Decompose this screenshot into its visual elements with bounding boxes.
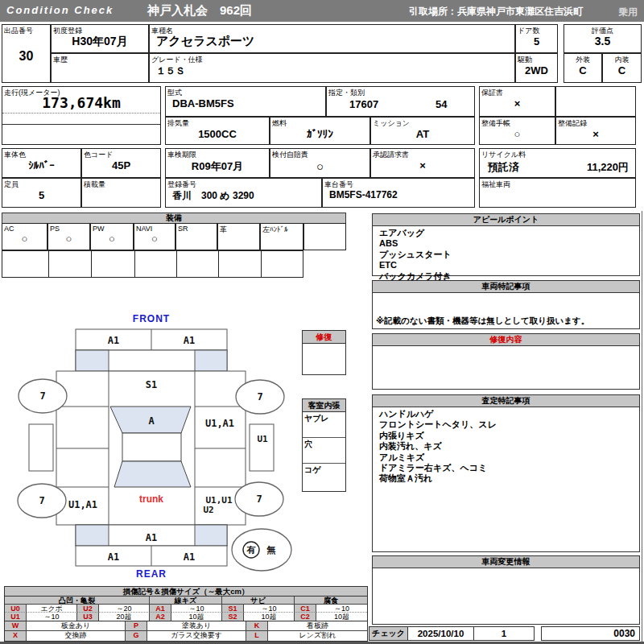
check-count: 1: [474, 627, 534, 640]
registration-number-value: 香川 300 め 3290: [166, 189, 321, 203]
equipment-ps-value: ○: [48, 233, 89, 245]
equipment-ac-value: ○: [2, 233, 47, 245]
legend-code: C1: [295, 605, 316, 613]
legend-desc: 10超: [244, 613, 295, 621]
fuel-value: ｶﾞｿﾘﾝ: [270, 128, 369, 140]
equipment-sr-cell: SR: [175, 223, 217, 250]
legend-code: W: [5, 621, 27, 631]
trim-value: １５Ｓ: [150, 64, 514, 78]
first-registration-value: H30年07月: [52, 35, 148, 49]
equipment-sr-label: SR: [178, 225, 188, 233]
interior-grade-cell: 内装 C: [602, 53, 642, 83]
wheel-front-right-size: 7: [257, 391, 262, 402]
right-rear-quarter-damage-2: U2: [203, 505, 213, 515]
drive-cell: 駆動 2WD: [515, 53, 558, 83]
rear-label: REAR: [136, 568, 167, 580]
legend-code: U3: [77, 613, 99, 621]
assessment-item: ドアミラー右キズ、ヘコミ: [379, 463, 633, 473]
roof-shape: [122, 433, 181, 461]
legend-code: C2: [295, 613, 316, 621]
damage-legend-size: 損傷記号＆損傷サイズ（～最大cm） 凸凹・亀裂 線キズ サビ 腐食 U0 エクボ…: [4, 586, 368, 621]
wheel-rear-right-size: 7: [256, 493, 262, 505]
equipment-lhd-label: 左ﾊﾝﾄﾞﾙ: [262, 225, 288, 235]
equipment-navi-value: ○: [134, 233, 175, 245]
legend-desc: 10超: [316, 613, 367, 621]
approval-cell: 承認請求書 ×: [370, 148, 475, 178]
doors-value: 5: [516, 35, 557, 47]
capacity-value: 5: [2, 189, 80, 201]
payload-label: 積載量: [84, 180, 105, 190]
legend-desc: ～10: [316, 605, 367, 613]
front-label: FRONT: [133, 313, 170, 324]
recycle-fee-cell: リサイクル料 預託済 11,220円: [479, 148, 636, 178]
rear-window-shape: [114, 461, 191, 487]
windshield-damage: A: [148, 415, 155, 427]
legend-code: U1: [5, 613, 27, 621]
model-code-cell: 型式 DBA-BM5FS: [165, 86, 326, 117]
exterior-grade-cell: 外装 C: [564, 53, 602, 83]
cabin-lining-tear: ヤブレ: [303, 412, 345, 438]
approval-value: ×: [371, 159, 474, 171]
color-code-cell: 色コード 45P: [81, 148, 161, 178]
tools-presence-oval: [232, 529, 291, 571]
legend-code: U2: [77, 605, 99, 613]
legend-desc: 看板跡: [268, 621, 367, 631]
history-cell: 車歴: [51, 53, 149, 83]
left-sill-shape: [29, 424, 53, 471]
trunk-label: trunk: [139, 493, 163, 505]
presence-no-label: 無: [266, 545, 276, 555]
legend-desc: ～20: [99, 605, 150, 613]
insurance-cell: 検付自賠責 ○: [270, 148, 370, 178]
legend-code: K: [246, 621, 268, 631]
welfare-label: 福祉車両: [481, 180, 510, 190]
maintenance-record-cell: 整備記録 ×: [555, 117, 636, 145]
hood-damage: S1: [146, 379, 157, 390]
score-cell: 評価点 3.5: [564, 24, 642, 53]
equipment-pw-label: PW: [93, 225, 105, 233]
repair-history-header: 修復内容: [373, 334, 639, 346]
legend-code: S2: [222, 613, 244, 621]
vehicle-notes-panel: 車両特記事項 ※記載のない書類・機器等は無しとして取り扱います。: [372, 280, 640, 329]
equipment-pw-value: ○: [91, 233, 133, 245]
fuel-cell: 燃料 ｶﾞｿﾘﾝ: [270, 117, 370, 145]
exterior-grade-value: C: [564, 64, 601, 76]
transmission-cell: ミッション AT: [370, 117, 475, 145]
legend-group-scratch: 線キズ: [150, 597, 222, 605]
model-name-cell: 車種名 アクセラスポーツ: [149, 24, 515, 53]
rear-bumper-left-damage: A1: [108, 551, 119, 563]
lot-number-cell: 出品番号 30: [2, 24, 51, 83]
assessment-item: 内張りキズ: [379, 431, 633, 441]
presence-yes-label: 有: [246, 545, 256, 555]
odometer-value: 173,674km: [2, 94, 160, 111]
front-bumper-left-damage: A1: [108, 335, 119, 346]
registration-number-cell: 登録番号 香川 300 め 3290: [165, 178, 322, 208]
first-registration-cell: 初度登録 H30年07月: [51, 24, 149, 53]
maintenance-record-value: ×: [556, 128, 635, 140]
vehicle-change-panel: 車両変更情報: [372, 555, 640, 625]
body-color-value: ｼﾙﾊﾞｰ: [2, 159, 80, 171]
assessment-item: フロントシートヘタリ、スレ: [379, 419, 633, 430]
check-row: チェック 2025/10/10 1: [369, 626, 535, 641]
class-number-label: 指定・類別: [328, 88, 365, 98]
equipment-empty-row: [2, 250, 303, 278]
legend-desc: エクボ: [27, 605, 77, 613]
legend-code: X: [5, 631, 27, 641]
equipment-lhd-cell: 左ﾊﾝﾄﾞﾙ: [260, 223, 303, 250]
trim-cell: グレード・仕様 １５Ｓ: [149, 53, 515, 83]
appeal-item: プッシュスタート: [379, 250, 633, 260]
legend-desc: ～10: [171, 605, 222, 613]
inspection-expiry-value: R09年07月: [166, 159, 269, 174]
legend-code: L: [246, 631, 268, 641]
assessment-notes-header: 査定特記事項: [373, 395, 639, 407]
capacity-cell: 定員 5: [2, 178, 81, 208]
interior-grade-value: C: [603, 64, 641, 76]
auction-title: 神戸入札会 962回: [147, 3, 252, 19]
welfare-cell: 福祉車両: [479, 178, 636, 208]
odometer-divider-solid: [2, 124, 160, 125]
rear-panel-damage: A1: [146, 532, 157, 543]
repair-mark-header: 修復: [303, 331, 345, 344]
class-number-value1: 17607: [349, 98, 378, 110]
legend-code: P: [126, 621, 147, 631]
model-name-value: アクセラスポーツ: [150, 34, 514, 49]
insurance-value: ○: [270, 159, 369, 173]
